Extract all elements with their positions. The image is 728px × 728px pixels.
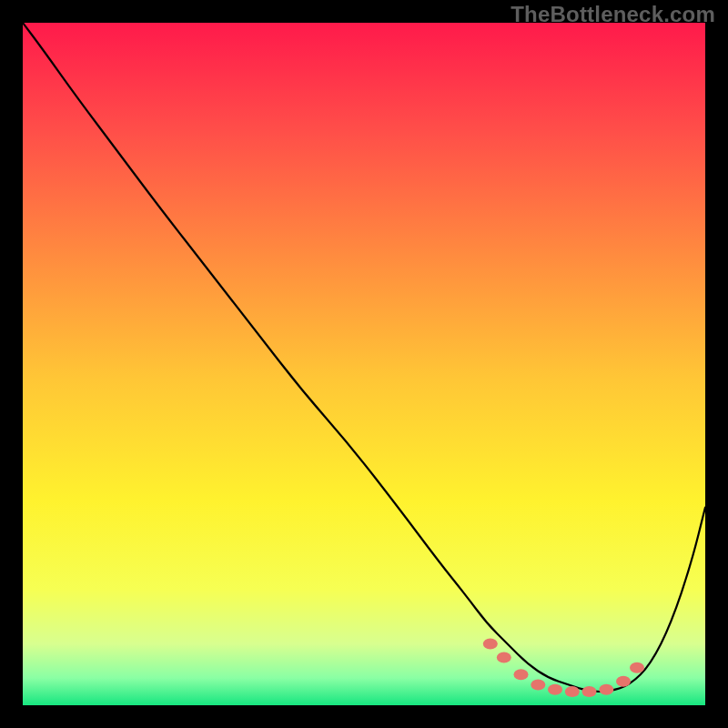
curve-marker — [531, 680, 545, 691]
gradient-background — [23, 23, 705, 705]
curve-marker — [599, 684, 613, 695]
curve-marker — [630, 662, 644, 673]
curve-marker — [582, 686, 597, 697]
plot-area — [23, 23, 705, 705]
curve-marker — [497, 652, 511, 663]
curve-marker — [548, 684, 562, 695]
curve-marker — [616, 676, 631, 687]
chart-frame: TheBottleneck.com — [0, 0, 728, 728]
chart-svg — [23, 23, 705, 705]
watermark-text: TheBottleneck.com — [511, 2, 715, 27]
curve-marker — [565, 686, 580, 697]
curve-marker — [514, 669, 529, 680]
curve-marker — [483, 639, 498, 650]
